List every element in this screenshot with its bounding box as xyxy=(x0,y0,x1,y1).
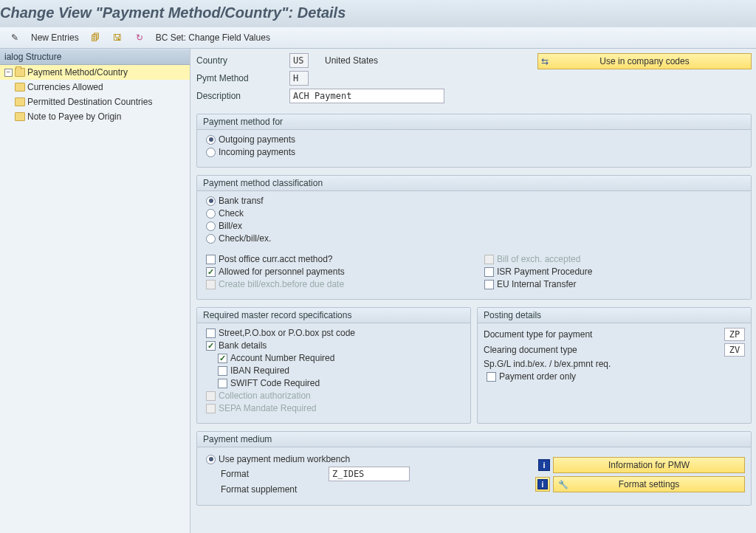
check-label: SEPA Mandate Required xyxy=(219,403,317,413)
folder-icon xyxy=(15,83,25,92)
radio-label: Check/bill/ex. xyxy=(219,233,271,244)
tree-root-label: Payment Method/Country xyxy=(27,67,128,78)
check-label: ISR Payment Procedure xyxy=(497,266,592,277)
main-area: ialog Structure − Payment Method/Country… xyxy=(0,49,756,533)
collapse-icon[interactable]: − xyxy=(4,69,13,77)
check-postoffice[interactable] xyxy=(206,255,216,264)
payment-medium-group: Payment medium Use payment medium workbe… xyxy=(196,431,752,506)
tree-child-destinations[interactable]: Permitted Destination Countries xyxy=(0,94,190,109)
radio-billex[interactable] xyxy=(206,221,216,231)
check-isr[interactable] xyxy=(484,267,494,277)
refresh-icon-button[interactable]: ↻ xyxy=(131,30,148,45)
tree-root-node[interactable]: − Payment Method/Country xyxy=(0,65,190,80)
check-swift[interactable] xyxy=(218,379,227,388)
save-icon: 🖫 xyxy=(111,32,123,44)
radio-outgoing-label: Outgoing payments xyxy=(219,134,295,145)
check-eu[interactable] xyxy=(484,280,494,289)
radio-label: Use payment medium workbench xyxy=(219,454,350,464)
pencil-icon-button[interactable]: ✎ xyxy=(6,30,24,45)
tree-child-label: Currencies Allowed xyxy=(27,82,103,92)
description-label: Description xyxy=(196,91,285,101)
check-label: Payment order only xyxy=(499,371,576,382)
check-label: Bank details xyxy=(219,340,267,351)
use-company-codes-button[interactable]: ⇆ Use in company codes xyxy=(537,53,752,69)
check-label: Bill of exch. accepted xyxy=(497,254,580,264)
toolbar: ✎ New Entries 🗐 🖫 ↻ BC Set: Change Field… xyxy=(0,27,756,49)
window-title: Change View "Payment Method/Country": De… xyxy=(0,0,756,27)
radio-incoming[interactable] xyxy=(206,148,216,157)
check-billaccepted xyxy=(484,255,494,264)
check-street[interactable] xyxy=(206,329,216,338)
check-createbill xyxy=(206,280,216,289)
check-label: Allowed for personnel payments xyxy=(219,266,345,277)
clearing-input[interactable]: ZV xyxy=(724,343,745,357)
pencil-icon: ✎ xyxy=(9,32,21,44)
clearing-label: Clearing document type xyxy=(484,345,724,355)
check-label: EU Internal Transfer xyxy=(497,279,576,289)
payment-method-classification-group: Payment method classification Bank trans… xyxy=(196,175,752,300)
check-label: Create bill/exch.before due date xyxy=(219,279,344,289)
tree-child-currencies[interactable]: Currencies Allowed xyxy=(0,80,190,94)
save-icon-button[interactable]: 🖫 xyxy=(109,30,126,45)
country-label: Country xyxy=(196,55,285,66)
format-input[interactable]: Z_IDES xyxy=(329,467,410,481)
check-label: Street,P.O.box or P.O.box pst code xyxy=(219,328,355,338)
format-label: Format xyxy=(221,469,324,479)
payment-method-for-group: Payment method for Outgoing payments Inc… xyxy=(196,114,752,168)
check-payment-order-only[interactable] xyxy=(487,372,496,382)
folder-icon xyxy=(15,112,25,121)
radio-incoming-label: Incoming payments xyxy=(219,147,295,157)
doctype-input[interactable]: ZP xyxy=(724,328,745,341)
pymt-method-display: H xyxy=(289,71,309,86)
country-name-display: United States xyxy=(325,55,378,66)
check-label: SWIFT Code Required xyxy=(230,378,320,388)
bcset-button[interactable]: BC Set: Change Field Values xyxy=(153,31,273,44)
check-sepa xyxy=(206,404,216,413)
new-entries-button[interactable]: New Entries xyxy=(28,31,82,44)
settings-icon: 🔧 xyxy=(558,480,568,489)
format-settings-button[interactable]: 🔧Format settings xyxy=(553,476,745,492)
check-collection xyxy=(206,391,216,401)
copy-icon: 🗐 xyxy=(89,32,101,44)
radio-bank-transf[interactable] xyxy=(206,196,216,206)
radio-label: Bill/ex xyxy=(219,221,242,231)
pymt-method-label: Pymt Method xyxy=(196,73,285,83)
check-label: IBAN Required xyxy=(230,365,289,376)
info-pmw-button[interactable]: Information for PMW xyxy=(553,457,745,473)
tree-child-label: Note to Payee by Origin xyxy=(27,111,121,122)
radio-checkbillex[interactable] xyxy=(206,234,216,244)
check-account-number[interactable] xyxy=(218,354,227,363)
refresh-icon: ↻ xyxy=(134,32,145,44)
check-iban[interactable] xyxy=(218,366,227,376)
folder-icon xyxy=(15,97,25,106)
spgl-label: Sp.G/L ind.b/ex. / b/ex.pmnt req. xyxy=(484,359,745,369)
country-code-display: US xyxy=(289,53,309,68)
description-input[interactable]: ACH Payment xyxy=(289,89,444,103)
posting-details-group: Posting details Document type for paymen… xyxy=(477,307,752,424)
group-title: Payment method classification xyxy=(197,176,751,191)
format-suppl-label: Format supplement xyxy=(221,484,324,495)
copy-icon-button[interactable]: 🗐 xyxy=(86,30,104,45)
check-label: Collection authorization xyxy=(219,391,311,401)
group-title: Payment method for xyxy=(197,114,751,130)
radio-workbench[interactable] xyxy=(206,455,216,464)
btn-label: Format settings xyxy=(619,479,680,489)
radio-label: Bank transf xyxy=(219,196,264,206)
group-title: Posting details xyxy=(478,308,751,323)
check-label: Account Number Required xyxy=(230,353,334,363)
doctype-label: Document type for payment xyxy=(484,329,724,340)
radio-outgoing[interactable] xyxy=(206,135,216,145)
detail-pane: Country US United States Pymt Method H D… xyxy=(190,49,756,533)
folder-open-icon xyxy=(15,68,25,77)
check-personnel[interactable] xyxy=(206,267,216,277)
info-format-button[interactable]: i xyxy=(535,477,550,492)
dialog-structure-pane: ialog Structure − Payment Method/Country… xyxy=(0,49,190,533)
check-label: Post office curr.acct method? xyxy=(219,254,333,264)
check-bank-details[interactable] xyxy=(206,341,216,351)
tree-header: ialog Structure xyxy=(0,49,190,65)
info-icon[interactable]: i xyxy=(538,459,550,471)
group-title: Payment medium xyxy=(197,432,751,447)
tree-child-notepayee[interactable]: Note to Payee by Origin xyxy=(0,109,190,124)
tree-child-label: Permitted Destination Countries xyxy=(27,97,152,107)
radio-check[interactable] xyxy=(206,209,216,219)
